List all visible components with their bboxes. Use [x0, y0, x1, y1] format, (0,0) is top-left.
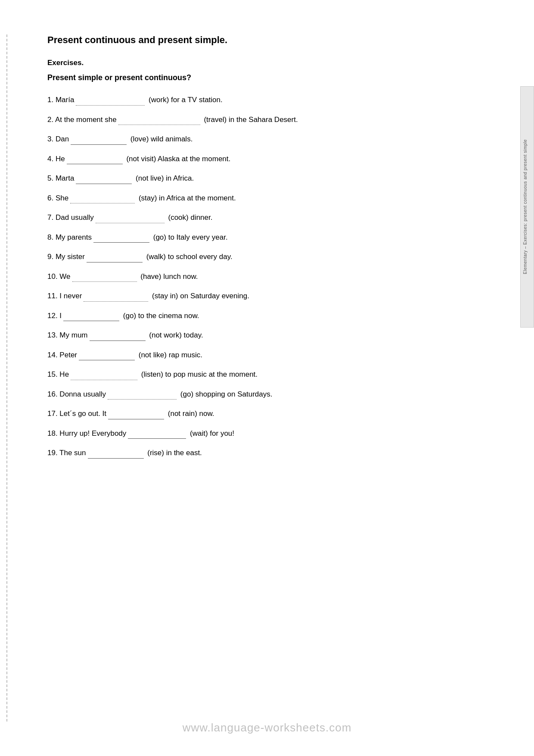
exercise-hint: (not live) in Africa. [136, 174, 194, 182]
exercise-item-14: 14. Peter (not like) rap music. [47, 350, 491, 361]
exercise-blank[interactable] [76, 98, 145, 106]
exercise-pre: My sister [56, 253, 85, 261]
exercise-pre: My mum [59, 331, 87, 339]
exercise-blank[interactable] [63, 313, 119, 321]
exercise-number: 4. [47, 155, 56, 163]
exercise-hint: (stay in) on Saturday evening. [152, 292, 249, 300]
exercise-hint: (go) shopping on Saturdays. [180, 390, 273, 398]
exercise-number: 19. [47, 449, 59, 457]
exercise-item-2: 2. At the moment she (travel) in the Sah… [47, 114, 491, 125]
worksheet-page: Present continuous and present simple. E… [0, 0, 534, 756]
exercise-blank[interactable] [108, 392, 177, 400]
exercise-pre: We [59, 272, 70, 281]
exercise-hint: (stay) in Africa at the moment. [139, 194, 236, 202]
exercise-hint: (not visit) Alaska at the moment. [126, 155, 230, 163]
exercise-item-8: 8. My parents (go) to Italy every year. [47, 232, 491, 243]
exercise-pre: At the moment she [55, 116, 117, 124]
exercise-item-5: 5. Marta (not live) in Africa. [47, 173, 491, 184]
exercise-number: 13. [47, 331, 59, 339]
exercise-blank[interactable] [76, 176, 132, 184]
exercises-label: Exercises. [47, 59, 491, 67]
exercise-item-19: 19. The sun (rise) in the east. [47, 447, 491, 459]
exercise-pre: I [59, 312, 62, 320]
exercise-number: 10. [47, 272, 59, 281]
exercise-hint: (not work) today. [149, 331, 203, 339]
exercise-number: 5. [47, 174, 56, 182]
exercise-number: 8. [47, 233, 56, 241]
exercise-number: 6. [47, 194, 56, 202]
exercise-number: 2. [47, 116, 55, 124]
exercise-pre: Dan [56, 135, 69, 143]
main-title: Present continuous and present simple. [47, 34, 491, 46]
exercise-blank[interactable] [96, 216, 165, 223]
exercise-blank[interactable] [108, 412, 164, 419]
exercise-number: 16. [47, 390, 59, 398]
subsection-title: Present simple or present continuous? [47, 73, 491, 82]
exercise-hint: (wait) for you! [190, 429, 234, 437]
exercise-item-10: 10. We (have) lunch now. [47, 271, 491, 282]
exercise-number: 17. [47, 409, 59, 418]
exercise-item-1: 1. María (work) for a TV station. [47, 94, 491, 106]
exercise-pre: He [56, 155, 65, 163]
exercise-blank[interactable] [93, 235, 149, 243]
exercise-item-17: 17. Let´s go out. It (not rain) now. [47, 408, 491, 419]
exercise-hint: (work) for a TV station. [149, 96, 223, 104]
exercise-hint: (not rain) now. [168, 409, 214, 418]
exercise-blank[interactable] [79, 353, 135, 360]
exercise-number: 11. [47, 292, 59, 300]
left-border [6, 34, 7, 722]
exercise-item-11: 11. I never (stay in) on Saturday evenin… [47, 291, 491, 302]
exercise-pre: Donna usually [59, 390, 106, 398]
exercise-blank[interactable] [71, 372, 137, 380]
exercise-hint: (go) to Italy every year. [153, 233, 228, 241]
exercise-hint: (love) wild animals. [130, 135, 193, 143]
exercise-number: 3. [47, 135, 56, 143]
exercise-item-6: 6. She (stay) in Africa at the moment. [47, 193, 491, 204]
exercise-item-18: 18. Hurry up! Everybody (wait) for you! [47, 428, 491, 439]
exercise-item-15: 15. He (listen) to pop music at the mome… [47, 369, 491, 380]
exercise-pre: The sun [59, 449, 86, 457]
exercise-hint: (travel) in the Sahara Desert. [204, 116, 298, 124]
exercise-number: 15. [47, 370, 59, 378]
exercise-pre: My parents [56, 233, 92, 241]
exercise-number: 9. [47, 253, 56, 261]
exercise-item-12: 12. I (go) to the cinema now. [47, 310, 491, 322]
exercise-hint: (rise) in the east. [147, 449, 202, 457]
exercise-hint: (cook) dinner. [168, 213, 212, 222]
exercise-item-4: 4. He (not visit) Alaska at the moment. [47, 153, 491, 165]
exercise-blank[interactable] [87, 255, 143, 262]
exercise-pre: He [59, 370, 69, 378]
exercise-pre: I never [59, 292, 82, 300]
exercise-hint: (have) lunch now. [140, 272, 198, 281]
exercise-blank[interactable] [67, 156, 123, 164]
exercise-number: 12. [47, 312, 59, 320]
exercise-blank[interactable] [88, 451, 144, 459]
exercise-number: 7. [47, 213, 56, 222]
exercise-pre: Peter [59, 351, 77, 359]
exercise-blank[interactable] [71, 137, 127, 145]
exercise-item-7: 7. Dad usually (cook) dinner. [47, 212, 491, 223]
exercise-blank[interactable] [84, 294, 148, 302]
exercise-list: 1. María (work) for a TV station.2. At t… [47, 94, 491, 459]
exercise-pre: She [56, 194, 68, 202]
exercise-pre: Dad usually [56, 213, 94, 222]
exercise-blank[interactable] [70, 196, 135, 203]
exercise-hint: (not like) rap music. [139, 351, 202, 359]
exercise-item-13: 13. My mum (not work) today. [47, 330, 491, 341]
exercise-hint: (walk) to school every day. [146, 253, 233, 261]
exercise-pre: María [56, 96, 74, 104]
exercise-item-9: 9. My sister (walk) to school every day. [47, 251, 491, 262]
exercise-blank[interactable] [90, 333, 146, 341]
exercise-blank[interactable] [72, 274, 137, 282]
exercise-pre: Hurry up! Everybody [59, 429, 126, 437]
exercise-item-3: 3. Dan (love) wild animals. [47, 134, 491, 145]
exercise-blank[interactable] [128, 431, 186, 439]
exercise-number: 1. [47, 96, 56, 104]
exercise-hint: (listen) to pop music at the moment. [141, 370, 258, 378]
exercise-number: 14. [47, 351, 59, 359]
exercise-pre: Let´s go out. It [59, 409, 106, 418]
exercise-pre: Marta [56, 174, 74, 182]
exercise-blank[interactable] [118, 117, 200, 125]
exercise-hint: (go) to the cinema now. [123, 312, 199, 320]
website-footer: www.language-worksheets.com [0, 721, 534, 734]
